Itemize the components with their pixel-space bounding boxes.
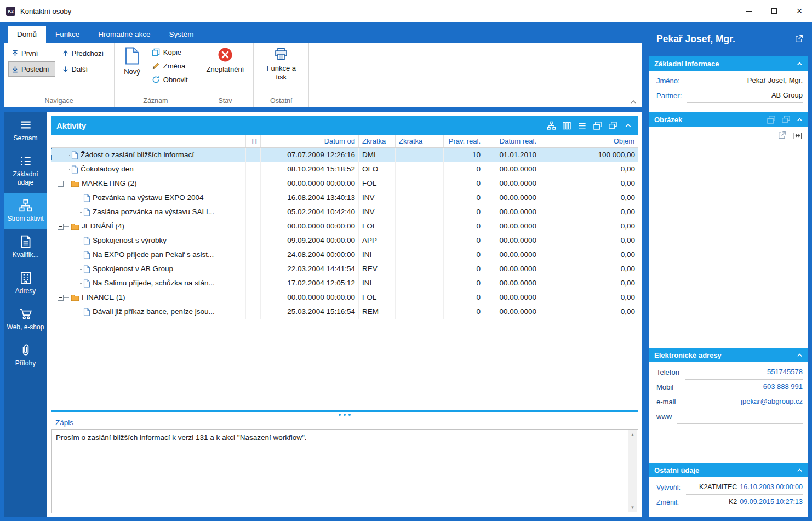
funkce-a-tisk-label: Funkce a tisk bbox=[263, 64, 299, 82]
open-new-window-icon[interactable] bbox=[593, 121, 602, 130]
ribbon-group-zaznam: Nový KopieZměnaObnovit Záznam bbox=[115, 43, 197, 107]
scroll-down-icon[interactable]: ▼ bbox=[631, 503, 635, 512]
open-image-external-icon[interactable] bbox=[777, 131, 786, 140]
tree-structure-icon[interactable] bbox=[547, 121, 556, 130]
cell-zkratka-2 bbox=[396, 276, 444, 290]
detail-field: Vytvořil:K2ATMITEC16.10.2003 00:00:00 bbox=[649, 480, 808, 495]
sidebar-item-kvalifikace[interactable]: Kvalifik... bbox=[4, 229, 47, 265]
sidebar-item-strom-aktivit[interactable]: Strom aktivit bbox=[4, 193, 47, 229]
activity-row[interactable]: Na Salimu přijede, schůzka na stán...17.… bbox=[51, 276, 638, 290]
column-header-3[interactable]: Zkratka bbox=[359, 135, 396, 147]
collapse-icon[interactable] bbox=[624, 121, 633, 130]
sidebar-item-zakladni-udaje[interactable]: Základní údaje bbox=[4, 148, 47, 193]
column-header-5[interactable]: Prav. real. bbox=[444, 135, 484, 147]
posledni-button[interactable]: Poslední bbox=[8, 61, 55, 77]
novy-button[interactable]: Nový bbox=[119, 45, 145, 94]
group-label-navigace: Navigace bbox=[4, 94, 114, 107]
ribbon-collapse-button[interactable] bbox=[630, 98, 637, 106]
activity-row[interactable]: Na EXPO přijede pan Pekař s asist...24.0… bbox=[51, 248, 638, 262]
column-header-0[interactable] bbox=[51, 135, 246, 147]
detail-title: Pekař Josef, Mgr. bbox=[656, 33, 735, 45]
zneplatneni-button[interactable]: Zneplatnění bbox=[202, 45, 249, 94]
column-header-7[interactable]: Objem bbox=[540, 135, 638, 147]
cell-h bbox=[246, 191, 261, 205]
zapis-text[interactable]: Prosím o zaslání bližších informací k ve… bbox=[52, 430, 638, 446]
close-button[interactable]: × bbox=[787, 0, 812, 22]
activity-row[interactable]: Spokojenost s výrobky09.09.2004 00:00:00… bbox=[51, 233, 638, 248]
sidebar: SeznamZákladní údajeStrom aktivitKvalifi… bbox=[4, 112, 47, 517]
collapse-section-icon[interactable] bbox=[796, 467, 803, 474]
column-header-1[interactable]: H bbox=[246, 135, 261, 147]
activity-row[interactable]: MARKETING (2)00.00.0000 00:00:00FOL000.0… bbox=[51, 176, 638, 191]
ribbon-tab-domu[interactable]: Domů bbox=[8, 26, 46, 43]
other-header[interactable]: Ostatní údaje bbox=[649, 463, 808, 477]
obnovit-button[interactable]: Obnovit bbox=[151, 75, 192, 84]
funkce-a-tisk-button[interactable]: Funkce a tisk bbox=[258, 45, 304, 94]
tree-collapse-icon[interactable] bbox=[58, 295, 64, 301]
sidebar-item-adresy[interactable]: Adresy bbox=[4, 265, 47, 301]
electronic-header[interactable]: Elektronické adresy bbox=[649, 348, 808, 362]
zapis-scrollbar[interactable]: ▲ ▼ bbox=[628, 430, 637, 512]
cell-objem: 0,00 bbox=[540, 191, 638, 205]
activity-row[interactable]: Žádost o zaslání bližších informací07.07… bbox=[51, 148, 638, 162]
activity-row[interactable]: Pozvánka na výstavu EXPO 200416.08.2004 … bbox=[51, 191, 638, 205]
prvni-button[interactable]: První bbox=[8, 45, 55, 61]
zaznam-small-buttons: KopieZměnaObnovit bbox=[151, 45, 192, 94]
activity-row[interactable]: JEDNÁNÍ (4)00.00.0000 00:00:00FOL000.00.… bbox=[51, 219, 638, 233]
zapis-textbox[interactable]: Prosím o zaslání bližších informací k ve… bbox=[51, 429, 638, 513]
section-electronic-addresses: Elektronické adresy Telefon551745578Mobi… bbox=[649, 348, 808, 463]
doc-small-icon bbox=[71, 165, 78, 174]
ribbon-tab-funkce[interactable]: Funkce bbox=[46, 26, 89, 43]
duplicate-icon[interactable] bbox=[608, 121, 617, 130]
dalsi-button[interactable]: Další bbox=[59, 61, 110, 77]
collapse-section-icon[interactable] bbox=[796, 116, 803, 123]
cell-prav-real: 0 bbox=[444, 305, 484, 319]
image-edit-icon[interactable] bbox=[781, 115, 791, 124]
list-icon[interactable] bbox=[577, 121, 587, 130]
activity-row[interactable]: Čokoládový den08.10.2004 15:18:52OFO000.… bbox=[51, 162, 638, 176]
paperclip-icon bbox=[19, 343, 33, 357]
other-body: Vytvořil:K2ATMITEC16.10.2003 00:00:00Změ… bbox=[649, 477, 808, 517]
activity-name-cell: MARKETING (2) bbox=[51, 176, 246, 191]
kopie-button[interactable]: Kopie bbox=[151, 48, 192, 57]
activity-row[interactable]: Dávali již příkaz bance, peníze jsou...2… bbox=[51, 305, 638, 319]
cell-objem: 0,00 bbox=[540, 162, 638, 176]
activity-row[interactable]: Spokojenost v AB Group22.03.2004 14:41:5… bbox=[51, 262, 638, 276]
sidebar-item-seznam[interactable]: Seznam bbox=[4, 112, 47, 148]
tree-collapse-icon[interactable] bbox=[58, 181, 64, 187]
activity-name-cell: Čokoládový den bbox=[51, 162, 246, 176]
collapse-section-icon[interactable] bbox=[796, 352, 803, 359]
activity-name-cell: FINANCE (1) bbox=[51, 290, 246, 305]
fit-width-icon[interactable] bbox=[793, 132, 803, 139]
minimize-button[interactable] bbox=[736, 0, 762, 22]
zmena-button[interactable]: Změna bbox=[151, 61, 192, 71]
scroll-up-icon[interactable]: ▲ bbox=[631, 430, 635, 439]
basic-info-header[interactable]: Základní informace bbox=[649, 56, 808, 71]
sidebar-item-prilohy[interactable]: Přílohy bbox=[4, 337, 47, 374]
open-record-icon[interactable] bbox=[794, 35, 803, 43]
maximize-button[interactable] bbox=[762, 0, 787, 22]
column-header-2[interactable]: Datum od bbox=[261, 135, 359, 147]
activity-row[interactable]: Zaslána pozvánka na výstavu SALI...05.02… bbox=[51, 205, 638, 219]
column-header-4[interactable]: Zkratka bbox=[396, 135, 444, 147]
tree-collapse-icon[interactable] bbox=[58, 224, 64, 230]
cell-prav-real: 0 bbox=[444, 176, 484, 191]
panel-splitter[interactable] bbox=[51, 410, 638, 417]
activity-row[interactable]: FINANCE (1)00.00.0000 00:00:00FOL000.00.… bbox=[51, 290, 638, 305]
columns-icon[interactable] bbox=[562, 121, 571, 130]
activity-name-cell: Pozvánka na výstavu EXPO 2004 bbox=[51, 191, 246, 205]
ribbon-tab-hromadne-akce[interactable]: Hromadné akce bbox=[89, 26, 159, 43]
table-empty-space bbox=[51, 319, 638, 410]
cell-zkratka: REM bbox=[359, 305, 396, 319]
cell-datum-od: 05.02.2004 10:42:40 bbox=[261, 205, 359, 219]
ribbon-tab-system[interactable]: Systém bbox=[160, 26, 203, 43]
sidebar-item-web-eshop[interactable]: Web, e-shop bbox=[4, 301, 47, 337]
ribbon: DomůFunkceHromadné akceSystém PrvníPředc… bbox=[4, 26, 642, 107]
image-open-icon[interactable] bbox=[767, 115, 776, 124]
column-header-6[interactable]: Datum real. bbox=[484, 135, 540, 147]
predchozi-button[interactable]: Předchozí bbox=[59, 45, 110, 61]
collapse-section-icon[interactable] bbox=[796, 60, 803, 67]
cell-datum-real: 00.00.0000 bbox=[484, 233, 540, 248]
arrow-up-icon bbox=[62, 50, 69, 57]
image-header[interactable]: Obrázek bbox=[649, 112, 808, 127]
